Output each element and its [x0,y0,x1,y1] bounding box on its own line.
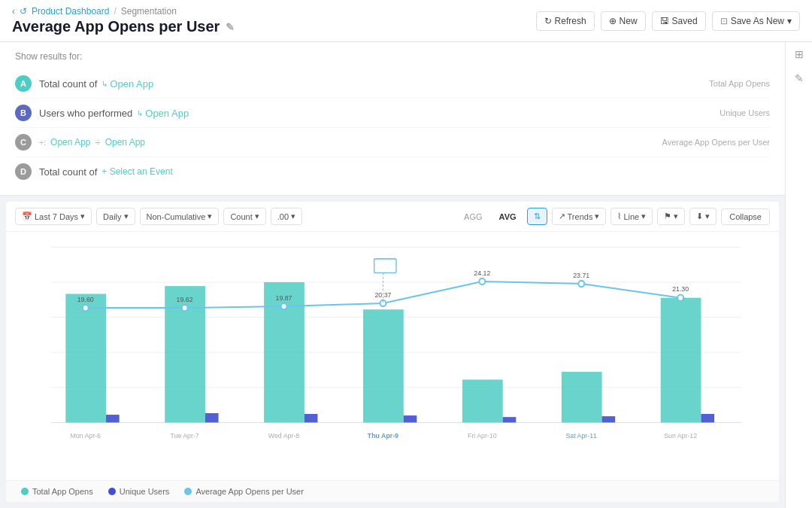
collapse-button[interactable]: Collapse [721,208,770,225]
metric-c-div-icon: ÷: [39,138,46,147]
svg-text:300k: 300k [44,347,44,355]
svg-text:Sat Apr-11: Sat Apr-11 [565,432,596,440]
count-picker[interactable]: Count ▾ [223,208,265,225]
svg-text:19.62: 19.62 [177,296,193,303]
date-range-label: Last 7 Days [35,212,78,221]
frequency-picker[interactable]: Daily ▾ [96,208,135,225]
sort-icon: ⇅ [534,211,541,221]
new-label: New [620,16,638,26]
svg-point-36 [479,278,485,284]
metric-letter-a: A [15,75,32,92]
metric-letter-d: D [15,163,32,180]
svg-rect-29 [503,417,517,422]
svg-rect-46 [374,259,396,273]
metric-b-right-label: Unique Users [720,108,770,117]
metric-row-a: A Total count of Open App Total App Open… [15,69,770,99]
new-button[interactable]: ⊕ New [601,11,646,31]
svg-point-34 [281,303,287,309]
metric-letter-c: C [15,134,32,151]
legend-label-c: Average App Opens per User [195,487,304,496]
svg-text:Mon Apr-6: Mon Apr-6 [70,432,101,440]
decimal-label: .00 [277,212,289,221]
flag-icon: ⚑ [664,211,671,221]
legend-label-a: Total App Opens [32,487,93,496]
line-dropdown-arrow: ▾ [641,211,646,221]
history-icon: ↺ [20,6,27,17]
cumulative-picker[interactable]: Non-Cumulative ▾ [140,208,220,225]
save-as-new-button[interactable]: ⊡ Save As New ▾ [712,11,800,31]
chart-area: 750k 600k 450k 300k 150k 0 30 24 18 12 6… [6,232,779,480]
agg-button[interactable]: AGG [458,209,488,224]
svg-rect-31 [701,414,714,422]
refresh-button[interactable]: ↻ Refresh [536,11,595,31]
metric-row-b: B Users who performed Open App Unique Us… [15,99,770,128]
dec-dropdown-arrow: ▾ [291,211,295,221]
svg-point-37 [578,281,584,287]
legend-item-a: Total App Opens [21,487,93,496]
select-event-button[interactable]: + Select an Event [102,166,172,177]
sort-button[interactable]: ⇅ [527,208,547,225]
dl-dropdown-arrow: ▾ [705,211,710,221]
decimal-picker[interactable]: .00 ▾ [271,208,302,225]
metric-content-b: Users who performed Open App [39,108,720,119]
line-button[interactable]: ⌇ Line ▾ [611,208,653,225]
plus-icon: ⊕ [609,16,617,26]
count-label: Count [230,212,252,221]
metric-b-event[interactable]: Open App [137,108,189,119]
grid-icon[interactable]: ⊞ [795,48,804,60]
date-dropdown-arrow: ▾ [80,211,85,221]
legend-bar: Total App Opens Unique Users Average App… [6,480,779,502]
breadcrumb-parent1[interactable]: Product Dashboard [32,6,109,17]
avg-button[interactable]: AVG [493,209,523,224]
freq-dropdown-arrow: ▾ [124,211,129,221]
cumulative-label: Non-Cumulative [147,212,206,221]
svg-rect-23 [562,372,602,422]
download-icon: ⬇ [696,211,703,221]
svg-text:24.12: 24.12 [474,269,490,276]
svg-rect-22 [462,379,503,422]
refresh-icon: ↻ [544,16,552,26]
chart-section: 📅 Last 7 Days ▾ Daily ▾ Non-Cumulative ▾… [6,202,779,502]
svg-text:21.30: 21.30 [672,285,689,293]
metric-letter-b: B [15,105,32,121]
line-icon: ⌇ [617,211,621,221]
flag-button[interactable]: ⚑ ▾ [657,208,685,225]
back-arrow[interactable]: ‹ [12,6,15,17]
metric-c-event1[interactable]: Open App [50,137,90,148]
save-as-new-label: Save As New [731,16,784,26]
metric-b-prefix: Users who performed [39,108,132,119]
svg-rect-30 [602,416,616,422]
flag-dropdown-arrow: ▾ [674,211,678,221]
svg-text:450k: 450k [44,312,44,320]
svg-text:750k: 750k [44,242,44,250]
save-as-icon: ⊡ [720,16,728,26]
trends-icon: ↗ [559,211,565,221]
trends-button[interactable]: ↗ Trends ▾ [552,208,607,225]
count-dropdown-arrow: ▾ [255,211,259,221]
query-section: Show results for: A Total count of Open … [0,42,785,196]
metric-content-c: ÷: Open App ÷ Open App [39,137,662,148]
metric-row-d: D Total count of + Select an Event [15,157,770,186]
saved-label: Saved [672,16,698,26]
svg-rect-27 [304,414,318,422]
svg-text:23.71: 23.71 [573,272,589,279]
date-range-picker[interactable]: 📅 Last 7 Days ▾ [15,208,92,225]
breadcrumb: ‹ ↺ Product Dashboard / Segmentation [12,6,235,17]
legend-dot-a [21,488,29,495]
download-button[interactable]: ⬇ ▾ [689,208,717,225]
pencil-icon[interactable]: ✎ [795,72,804,84]
metric-c-event2[interactable]: Open App [105,137,145,148]
saved-button[interactable]: 🖫 Saved [652,11,706,31]
legend-label-b: Unique Users [120,487,170,496]
edit-title-icon[interactable]: ✎ [226,21,235,33]
svg-point-33 [182,305,188,311]
top-bar: ‹ ↺ Product Dashboard / Segmentation Ave… [0,0,812,42]
metric-a-event[interactable]: Open App [102,78,153,90]
svg-text:Wed Apr-8: Wed Apr-8 [268,432,299,440]
svg-text:150k: 150k [44,382,44,391]
line-label: Line [623,212,639,221]
metric-d-prefix: Total count of [39,166,97,178]
svg-text:Thu Apr-9: Thu Apr-9 [368,432,398,440]
toolbar-right: ↻ Refresh ⊕ New 🖫 Saved ⊡ Save As New ▾ [536,11,800,31]
svg-text:Fri Apr-10: Fri Apr-10 [468,432,497,440]
